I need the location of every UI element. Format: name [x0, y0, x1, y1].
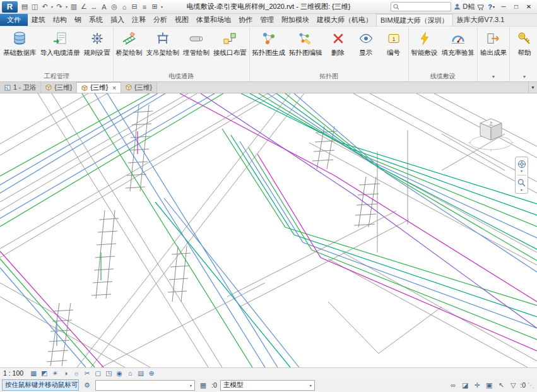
import-cable-list-button[interactable]: 导入电缆清册 [38, 27, 82, 72]
ribbon-tab-7[interactable]: 视图 [171, 14, 192, 26]
redo-dropdown-icon[interactable]: ▾ [64, 1, 69, 13]
locked-view-icon[interactable]: ◳ [103, 369, 114, 378]
ribbon-tab-13[interactable]: BIM规建大师（深圳） [376, 14, 453, 26]
revit-logo-icon[interactable]: R [2, 1, 18, 13]
ribbon-tab-14[interactable]: 族库大师V7.3.1 [453, 14, 509, 26]
scale-button[interactable]: 1 : 100 [2, 369, 28, 377]
minimize-button[interactable]: ─ [497, 1, 510, 13]
ribbon-tab-0[interactable]: 建筑 [28, 14, 49, 26]
close-tab-icon[interactable]: × [112, 85, 116, 92]
sun-path-icon[interactable]: ☀ [50, 369, 60, 378]
smart-layout-button[interactable]: 智能敷设 [410, 27, 440, 72]
constraints-icon[interactable]: ⊕ [146, 369, 156, 378]
close-button[interactable]: ✕ [522, 1, 535, 13]
ribbon-tab-1[interactable]: 结构 [49, 14, 71, 26]
customize-qat-icon[interactable]: ▾ [160, 1, 164, 13]
select-by-face-icon[interactable]: ▣ [484, 380, 494, 390]
ribbon-tab-4[interactable]: 插入 [107, 14, 128, 26]
view-tab-3d-2[interactable]: {三维} [121, 82, 157, 93]
topo-generate-button[interactable]: 拓扑图生成 [251, 27, 288, 72]
drawing-area[interactable]: 上 ▾ ▾ [0, 93, 537, 367]
select-underlay-icon[interactable]: ◪ [460, 380, 470, 390]
3d-scene[interactable] [0, 93, 537, 367]
search-input[interactable] [391, 2, 451, 11]
ribbon-tab-12[interactable]: 建模大师（机电） [313, 14, 376, 26]
view-tab-overflow[interactable]: ▼ [528, 82, 537, 93]
ribbon-tab-5[interactable]: 注释 [128, 14, 150, 26]
ribbon-tab-10[interactable]: 管理 [256, 14, 278, 26]
thin-lines-icon[interactable]: ≡ [139, 1, 150, 13]
default-3d-view-icon[interactable]: ⌂ [119, 1, 129, 13]
ribbon-tab-8[interactable]: 体量和场地 [192, 14, 235, 26]
view-tab-plan[interactable]: 1 - 卫浴 [0, 82, 41, 93]
temp-view-properties-icon[interactable]: ▤ [136, 369, 146, 378]
port-layout-button[interactable]: 接线口布置 [211, 27, 249, 72]
hanger-draw-button[interactable]: 支吊架绘制 [145, 27, 182, 72]
section-icon[interactable]: ⊟ [129, 1, 139, 13]
number-tag-icon: 1 [385, 30, 403, 47]
rule-settings-button[interactable]: 规则设置 [82, 27, 112, 72]
zoom-icon[interactable] [516, 177, 527, 188]
workset-select[interactable]: ▾ [95, 380, 195, 391]
fill-rate-check-button[interactable]: 填充率验算 [440, 27, 477, 72]
reveal-hidden-icon[interactable]: ⌂ [125, 369, 135, 378]
tray-draw-button[interactable]: 桥架绘制 [114, 27, 145, 72]
print-icon[interactable]: ▥ [69, 1, 79, 13]
viewcube[interactable]: 上 [468, 111, 514, 153]
help-dropdown[interactable]: ▼ [510, 72, 537, 81]
ribbon-tab-11[interactable]: 附加模块 [278, 14, 313, 26]
switch-windows-icon[interactable]: ⊞ [150, 1, 160, 13]
design-option-select[interactable]: 主模型 ▾ [220, 380, 315, 391]
infocenter: D鲲 ?▾ ─ □ ✕ [391, 1, 535, 13]
zoom-dropdown-icon[interactable]: ▾ [521, 189, 522, 192]
drag-on-selection-icon[interactable]: ↖ [496, 380, 506, 390]
exchange-apps-icon[interactable] [477, 3, 485, 11]
aligned-dimension-icon[interactable]: ↔ [89, 1, 99, 13]
view-tab-3d-active[interactable]: {三维} × [77, 82, 121, 93]
help-menu[interactable]: ?▾ [488, 3, 495, 11]
filter-icon[interactable]: ▽ [508, 380, 518, 390]
open-icon[interactable]: ▤ [20, 1, 30, 13]
wheel-dropdown-icon[interactable]: ▾ [521, 170, 522, 173]
crop-region-icon[interactable]: ▢ [93, 369, 103, 378]
steering-wheel-icon[interactable] [516, 158, 527, 169]
ribbon-tab-9[interactable]: 协作 [235, 14, 256, 26]
basic-database-button[interactable]: 基础数据库 [1, 27, 38, 72]
pipe-icon [187, 30, 205, 47]
file-tab[interactable]: 文件 [0, 14, 28, 26]
undo-icon[interactable]: ↶ [40, 1, 50, 13]
tag-icon[interactable]: ◎ [109, 1, 119, 13]
number-button[interactable]: 1 编号 [380, 27, 408, 72]
redo-icon[interactable]: ↷ [54, 1, 64, 13]
button-label: 埋管绘制 [183, 49, 209, 57]
topo-edit-button[interactable]: 拓扑图编辑 [287, 27, 324, 72]
ribbon-tab-6[interactable]: 分析 [150, 14, 171, 26]
detail-level-icon[interactable]: ▦ [28, 369, 38, 378]
undo-dropdown-icon[interactable]: ▾ [50, 1, 54, 13]
crop-view-icon[interactable]: ✂ [82, 369, 92, 378]
save-icon[interactable]: ◫ [30, 1, 40, 13]
maximize-button[interactable]: □ [510, 1, 522, 13]
view-tab-3d-1[interactable]: {三维} [41, 82, 77, 93]
delete-button[interactable]: 删除 [324, 27, 352, 72]
text-tool-icon[interactable]: A [99, 1, 109, 13]
worksets-icon[interactable]: ⚙ [82, 380, 92, 390]
help-button[interactable]: 帮助 [510, 27, 537, 72]
conduit-draw-button[interactable]: 埋管绘制 [181, 27, 211, 72]
select-pinned-icon[interactable]: ✛ [472, 380, 482, 390]
temp-hide-icon[interactable]: ◉ [114, 369, 124, 378]
show-button[interactable]: 显示 [352, 27, 380, 72]
lighting-icon[interactable]: ☼ [71, 369, 81, 378]
ribbon-tab-2[interactable]: 钢 [71, 14, 85, 26]
editable-only-icon[interactable]: ▦ [198, 380, 208, 390]
select-links-icon[interactable]: ∞ [448, 380, 458, 390]
visual-style-icon[interactable]: ◩ [39, 369, 49, 378]
measure-icon[interactable]: ∠ [79, 1, 89, 13]
shadows-icon[interactable]: ◑ [61, 369, 71, 378]
ribbon-tab-3[interactable]: 系统 [85, 14, 107, 26]
output-dropdown[interactable]: ▼ [478, 72, 509, 81]
view-tab-bar: 1 - 卫浴 {三维} {三维} × {三维} ▼ [0, 82, 537, 93]
output-results-button[interactable]: 输出成果 [478, 27, 509, 72]
signed-in-user[interactable]: D鲲 [454, 2, 475, 11]
user-icon [454, 3, 461, 10]
